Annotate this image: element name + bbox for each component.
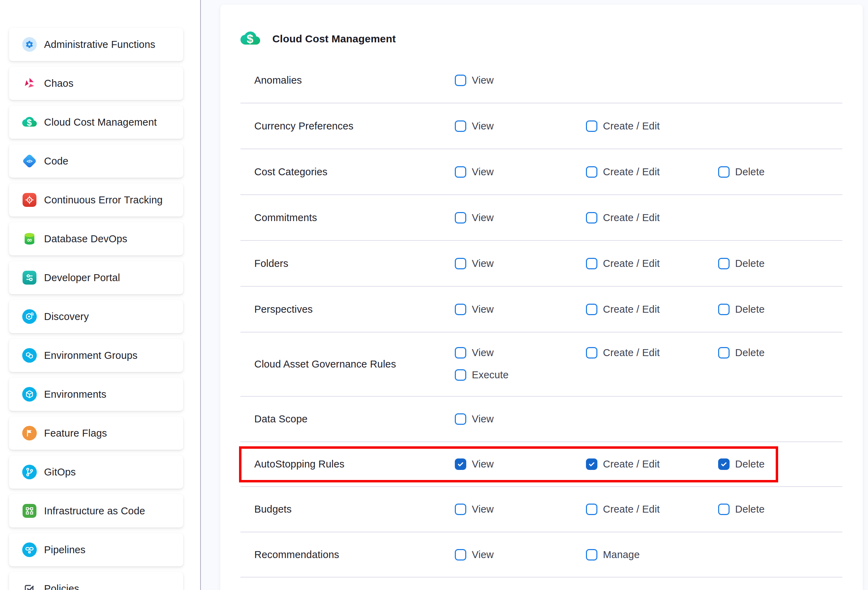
permission-column-3 — [718, 195, 842, 240]
create-edit-permission-option[interactable]: Create / Edit — [586, 304, 718, 315]
view-permission-option[interactable]: View — [455, 212, 586, 223]
view-checkbox[interactable] — [455, 166, 466, 178]
create-edit-checkbox[interactable] — [586, 212, 597, 223]
checkbox-label: Create / Edit — [603, 166, 660, 178]
permission-column-2: Create / Edit — [586, 487, 718, 532]
create-edit-permission-option[interactable]: Create / Edit — [586, 258, 718, 269]
view-permission-option[interactable]: View — [455, 304, 586, 315]
create-edit-permission-option[interactable]: Create / Edit — [586, 212, 718, 223]
checkbox-label: Create / Edit — [603, 120, 660, 132]
sidebar-item-developer-portal[interactable]: Developer Portal — [9, 261, 183, 294]
delete-checkbox[interactable] — [718, 258, 729, 269]
permission-column-2: Create / Edit — [586, 287, 718, 332]
sidebar-item-discovery[interactable]: Discovery — [9, 300, 183, 333]
permission-column-1: ViewExecute — [455, 333, 586, 396]
delete-permission-option[interactable]: Delete — [718, 166, 842, 178]
create-edit-permission-option[interactable]: Create / Edit — [586, 120, 718, 132]
delete-permission-option[interactable]: Delete — [718, 347, 842, 358]
delete-checkbox[interactable] — [718, 304, 729, 315]
execute-permission-option[interactable]: Execute — [455, 369, 586, 381]
create-edit-permission-option[interactable]: Create / Edit — [586, 166, 718, 178]
view-permission-option[interactable]: View — [455, 166, 586, 178]
checkbox-label: Create / Edit — [603, 304, 660, 315]
delete-checkbox[interactable] — [718, 504, 729, 515]
sidebar-item-database-devops[interactable]: ∞Database DevOps — [9, 222, 183, 256]
sidebar-item-environments[interactable]: Environments — [9, 378, 183, 411]
permission-name: Currency Preferences — [241, 104, 455, 149]
view-checkbox[interactable] — [455, 258, 466, 269]
sidebar-item-continuous-error-tracking[interactable]: Continuous Error Tracking — [9, 183, 183, 217]
sidebar-item-label: Administrative Functions — [44, 39, 155, 50]
checkbox-label: View — [472, 75, 494, 86]
view-permission-option[interactable]: View — [455, 75, 586, 86]
checkbox-label: View — [472, 549, 494, 560]
checkbox-label: Create / Edit — [603, 212, 660, 223]
view-checkbox[interactable] — [455, 549, 466, 560]
manage-permission-option[interactable]: Manage — [586, 549, 718, 560]
sidebar-item-label: Environment Groups — [44, 350, 138, 361]
hexagon-search-icon — [22, 309, 37, 324]
permission-row-currency-preferences: Currency PreferencesViewCreate / Edit — [220, 104, 863, 149]
delete-checkbox[interactable] — [718, 458, 729, 470]
sidebar-item-chaos[interactable]: Chaos — [9, 67, 183, 100]
view-checkbox[interactable] — [455, 304, 466, 315]
create-edit-permission-option[interactable]: Create / Edit — [586, 458, 718, 470]
view-permission-option[interactable]: View — [455, 258, 586, 269]
delete-permission-option[interactable]: Delete — [718, 504, 842, 515]
view-permission-option[interactable]: View — [455, 549, 586, 560]
cloud-cost-permissions-card: $ Cloud Cost Management AnomaliesViewCur… — [220, 4, 863, 590]
create-edit-checkbox[interactable] — [586, 120, 597, 132]
permission-row-cloud-asset-governance-rules: Cloud Asset Governance RulesViewExecuteC… — [220, 333, 863, 397]
cube-icon — [22, 387, 37, 402]
sidebar-item-code[interactable]: </>Code — [9, 144, 183, 178]
execute-checkbox[interactable] — [455, 369, 466, 381]
view-checkbox[interactable] — [455, 212, 466, 223]
permission-column-3 — [718, 532, 842, 577]
delete-checkbox[interactable] — [718, 347, 729, 358]
create-edit-checkbox[interactable] — [586, 258, 597, 269]
view-checkbox[interactable] — [455, 347, 466, 358]
manage-checkbox[interactable] — [586, 549, 597, 560]
delete-permission-option[interactable]: Delete — [718, 458, 842, 470]
view-permission-option[interactable]: View — [455, 458, 586, 470]
permission-column-1: View — [455, 195, 586, 240]
permission-column-1: View — [455, 397, 586, 441]
view-checkbox[interactable] — [455, 504, 466, 515]
sidebar-item-infrastructure-as-code[interactable]: Infrastructure as Code — [9, 494, 183, 528]
view-checkbox[interactable] — [455, 458, 466, 470]
create-edit-checkbox[interactable] — [586, 458, 597, 470]
permission-column-3: Delete — [718, 287, 842, 332]
create-edit-checkbox[interactable] — [586, 304, 597, 315]
sidebar-item-label: GitOps — [44, 466, 75, 478]
sidebar-item-cloud-cost-management[interactable]: $Cloud Cost Management — [9, 105, 183, 139]
create-edit-checkbox[interactable] — [586, 504, 597, 515]
create-edit-permission-option[interactable]: Create / Edit — [586, 504, 718, 515]
view-permission-option[interactable]: View — [455, 347, 586, 358]
page-title: Cloud Cost Management — [272, 33, 396, 45]
create-edit-checkbox[interactable] — [586, 347, 597, 358]
sidebar-item-feature-flags[interactable]: Feature Flags — [9, 417, 183, 450]
create-edit-checkbox[interactable] — [586, 166, 597, 178]
sidebar-item-pipelines[interactable]: Pipelines — [9, 533, 183, 566]
delete-checkbox[interactable] — [718, 166, 729, 178]
sidebar-item-administrative-functions[interactable]: Administrative Functions — [9, 28, 183, 61]
view-permission-option[interactable]: View — [455, 504, 586, 515]
delete-permission-option[interactable]: Delete — [718, 304, 842, 315]
sidebar-item-policies[interactable]: Policies — [9, 572, 183, 590]
view-checkbox[interactable] — [455, 413, 466, 425]
checkbox-label: Delete — [735, 304, 765, 315]
delete-permission-option[interactable]: Delete — [718, 258, 842, 269]
checkbox-label: View — [472, 166, 494, 178]
pipeline-links-icon — [22, 543, 37, 557]
view-permission-option[interactable]: View — [455, 120, 586, 132]
view-checkbox[interactable] — [455, 120, 466, 132]
create-edit-permission-option[interactable]: Create / Edit — [586, 347, 718, 358]
view-checkbox[interactable] — [455, 75, 466, 86]
sidebar-item-label: Code — [44, 155, 68, 167]
sidebar-item-gitops[interactable]: GitOps — [9, 455, 183, 489]
view-permission-option[interactable]: View — [455, 413, 586, 425]
sidebar-item-environment-groups[interactable]: Environment Groups — [9, 339, 183, 372]
permission-name: Cost Categories — [241, 149, 455, 194]
permission-row-commitments: CommitmentsViewCreate / Edit — [220, 195, 863, 241]
database-infinity-icon: ∞ — [22, 232, 37, 246]
